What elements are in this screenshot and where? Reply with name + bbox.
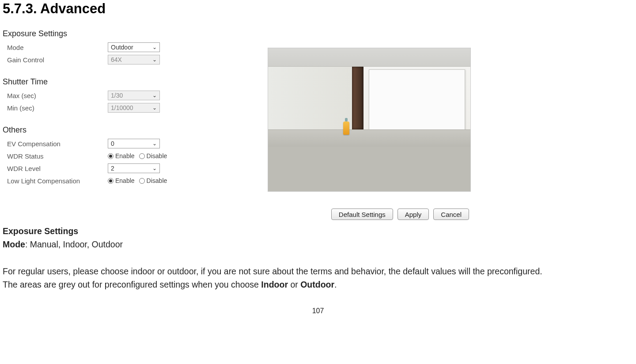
radio-label: Enable: [115, 177, 135, 184]
shutter-time-title: Shutter Time: [3, 77, 210, 87]
apply-button[interactable]: Apply: [398, 209, 429, 220]
chevron-down-icon: ⌄: [152, 140, 157, 147]
radio-label: Enable: [115, 152, 135, 159]
mode-select[interactable]: Outdoor ⌄: [108, 42, 160, 52]
paragraph-1: For regular users, please choose indoor …: [3, 265, 633, 278]
gain-control-select: 64X ⌄: [108, 55, 160, 64]
exposure-settings-title: Exposure Settings: [3, 29, 210, 38]
ev-compensation-select[interactable]: 0 ⌄: [108, 139, 160, 148]
others-title: Others: [3, 125, 210, 135]
cancel-button[interactable]: Cancel: [433, 209, 469, 220]
ev-compensation-value: 0: [111, 140, 114, 147]
chevron-down-icon: ⌄: [152, 57, 157, 63]
wdr-level-value: 2: [111, 165, 114, 172]
wdr-level-select[interactable]: 2 ⌄: [108, 163, 160, 173]
mode-label: Mode: [7, 44, 108, 51]
chevron-down-icon: ⌄: [152, 165, 157, 171]
mode-heading: Mode: [3, 239, 25, 249]
shutter-min-select: 1/10000 ⌄: [108, 103, 160, 113]
page-number: 107: [3, 307, 633, 315]
ev-compensation-label: EV Compensation: [7, 140, 108, 148]
radio-label: Disable: [147, 152, 167, 159]
mode-values-text: : Manual, Indoor, Outdoor: [25, 239, 123, 249]
wdr-status-disable-radio[interactable]: Disable: [139, 152, 167, 159]
default-settings-button[interactable]: Default Settings: [331, 209, 393, 220]
camera-preview-image: [268, 48, 471, 192]
shutter-max-select: 1/30 ⌄: [108, 91, 160, 100]
gain-control-value: 64X: [111, 56, 122, 63]
wdr-status-label: WDR Status: [7, 152, 108, 160]
exposure-settings-heading: Exposure Settings: [3, 226, 78, 236]
mode-select-value: Outdoor: [111, 44, 133, 51]
radio-label: Disable: [147, 177, 167, 184]
section-title: 5.7.3. Advanced: [3, 1, 633, 17]
shutter-max-value: 1/30: [111, 92, 123, 99]
paragraph-2: The areas are grey out for preconfigured…: [3, 278, 633, 291]
llc-enable-radio[interactable]: Enable: [108, 177, 135, 184]
wdr-status-enable-radio[interactable]: Enable: [108, 152, 135, 159]
chevron-down-icon: ⌄: [152, 105, 157, 111]
settings-panel: Exposure Settings Mode Outdoor ⌄ Gain Co…: [3, 27, 210, 187]
shutter-max-label: Max (sec): [7, 92, 108, 99]
chevron-down-icon: ⌄: [152, 44, 157, 50]
shutter-min-value: 1/10000: [111, 104, 133, 111]
low-light-compensation-label: Low Light Compensation: [7, 177, 108, 185]
chevron-down-icon: ⌄: [152, 92, 157, 99]
gain-control-label: Gain Control: [7, 56, 108, 64]
shutter-min-label: Min (sec): [7, 104, 108, 112]
wdr-level-label: WDR Level: [7, 165, 108, 172]
llc-disable-radio[interactable]: Disable: [139, 177, 167, 184]
